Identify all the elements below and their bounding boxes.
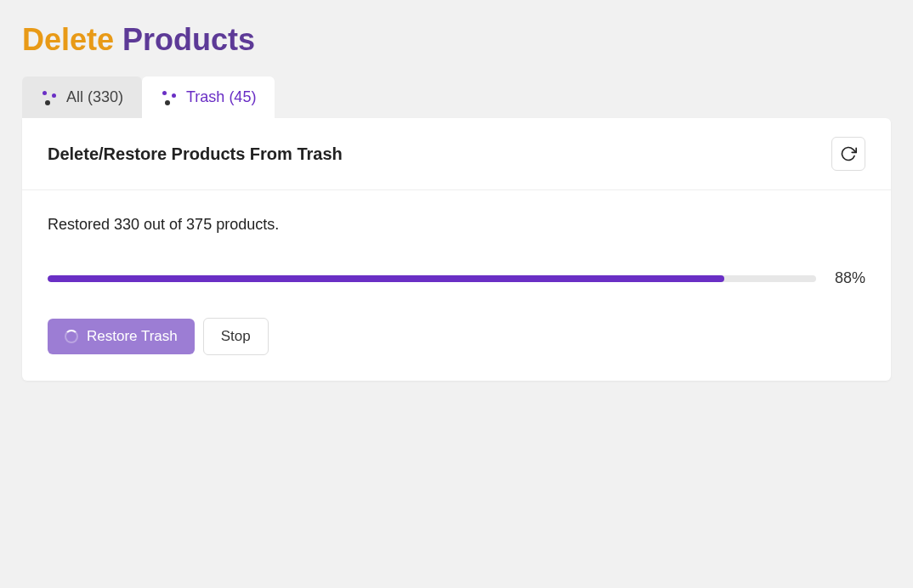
tab-label: All (330) [66,88,123,106]
progress-fill [48,275,724,282]
progress-percent: 88% [828,269,865,287]
stop-button-label: Stop [221,328,251,345]
stop-button[interactable]: Stop [203,318,269,355]
progress-row: 88% [48,269,865,287]
refresh-button[interactable] [831,137,865,171]
title-part-2: Products [122,22,255,57]
progress-bar [48,275,816,282]
refresh-icon [840,145,857,162]
restore-trash-button[interactable]: Restore Trash [48,319,195,354]
dots-icon [161,90,176,105]
panel-header: Delete/Restore Products From Trash [22,118,891,190]
actions: Restore Trash Stop [48,318,865,355]
panel-title: Delete/Restore Products From Trash [48,144,343,164]
panel-body: Restored 330 out of 375 products. 88% Re… [22,190,891,381]
restore-button-label: Restore Trash [87,328,178,345]
page-title: Delete Products [22,22,891,58]
spinner-icon [65,330,78,343]
progress-status: Restored 330 out of 375 products. [48,216,865,234]
tab-label: Trash (45) [186,88,256,106]
dots-icon [41,90,56,105]
panel: Delete/Restore Products From Trash Resto… [22,118,891,381]
tab-all[interactable]: All (330) [22,76,142,118]
title-part-1: Delete [22,22,114,57]
tabs: All (330) Trash (45) [22,76,891,118]
tab-trash[interactable]: Trash (45) [142,76,275,118]
